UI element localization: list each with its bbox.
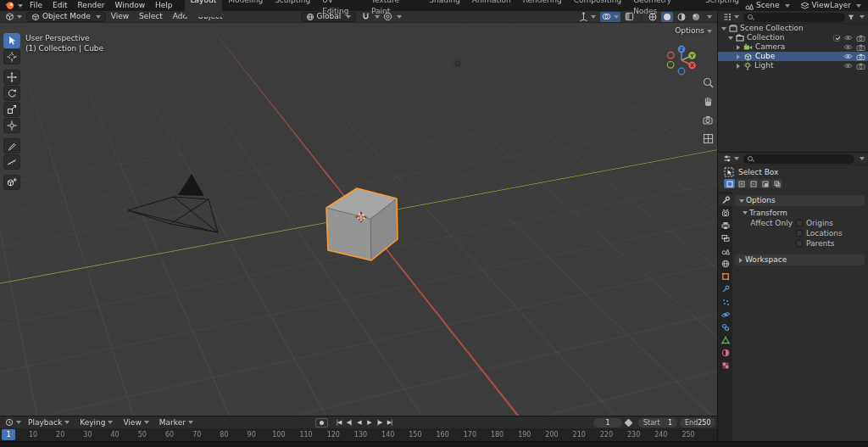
tool-add-cube-button[interactable]	[3, 175, 20, 190]
menu-view[interactable]: View	[106, 11, 134, 22]
properties-editor-type-button[interactable]	[721, 154, 741, 164]
hide-viewport-icon[interactable]	[843, 35, 853, 41]
panel-workspace-header[interactable]: Workspace	[735, 254, 865, 265]
workspace-tab-texture-paint[interactable]: Texture Paint	[365, 0, 423, 17]
cube-object[interactable]	[326, 188, 398, 260]
locations-checkbox[interactable]	[796, 230, 803, 237]
keying-set-icon[interactable]	[625, 419, 633, 427]
chevron-down-icon[interactable]	[860, 157, 865, 160]
outliner-search-input[interactable]	[755, 14, 841, 21]
mode-dropdown[interactable]: Object Mode	[26, 12, 106, 22]
tool-select-box-button[interactable]	[3, 33, 20, 48]
disable-render-icon[interactable]	[856, 53, 865, 60]
menu-help[interactable]: Help	[150, 0, 178, 11]
jump-to-end-button[interactable]: ▶|	[385, 417, 394, 427]
tab-tool[interactable]	[719, 194, 732, 206]
select-mode-subtract-button[interactable]	[748, 179, 759, 188]
current-frame-field[interactable]: 1	[593, 418, 622, 427]
menu-view-timeline[interactable]: View	[118, 417, 153, 428]
workspace-tab-animation[interactable]: Animation	[466, 0, 517, 17]
editor-type-button[interactable]	[3, 12, 24, 22]
light-object[interactable]	[453, 59, 463, 69]
filter-icon[interactable]	[848, 14, 854, 21]
chevron-down-icon[interactable]	[860, 15, 865, 19]
toggle-ortho-button[interactable]	[701, 131, 715, 146]
disclosure-down-icon[interactable]	[728, 36, 733, 40]
prev-keyframe-button[interactable]: ◀|	[344, 417, 353, 427]
viewlayer-selector[interactable]: ViewLayer	[800, 0, 861, 11]
play-reverse-button[interactable]: ◀	[354, 417, 364, 427]
tab-object[interactable]	[719, 271, 732, 282]
tab-output[interactable]	[719, 220, 732, 232]
pan-view-button[interactable]	[701, 94, 715, 109]
disclosure-right-icon[interactable]	[737, 64, 740, 69]
jump-to-start-button[interactable]: |◀	[334, 417, 343, 427]
hide-viewport-icon[interactable]	[843, 63, 853, 69]
disable-render-icon[interactable]	[856, 44, 865, 51]
viewport-3d[interactable]: User Perspective (1) Collection | Cube O…	[0, 23, 717, 416]
tab-texture[interactable]	[719, 360, 732, 372]
tab-constraints[interactable]	[719, 321, 732, 333]
workspace-tab-geometry-nodes[interactable]: Geometry Nodes	[627, 0, 699, 17]
timeline-editor-type-button[interactable]	[3, 417, 23, 427]
tool-measure-button[interactable]	[3, 154, 20, 170]
collection-exclude-checkbox[interactable]	[833, 35, 840, 42]
hide-viewport-icon[interactable]	[843, 53, 853, 59]
workspace-tab-compositing[interactable]: Compositing	[568, 0, 627, 17]
parents-checkbox[interactable]	[796, 240, 803, 247]
tool-annotate-button[interactable]	[3, 138, 20, 154]
outliner-row-scene-collection[interactable]: Scene Collection	[718, 24, 868, 33]
workspace-tab-rendering[interactable]: Rendering	[517, 0, 568, 17]
disclosure-down-icon[interactable]	[721, 27, 726, 31]
tool-rotate-button[interactable]	[3, 86, 20, 101]
play-button[interactable]: ▶	[364, 417, 374, 427]
workspace-tab-sculpting[interactable]: Sculpting	[269, 0, 316, 17]
select-mode-invert-button[interactable]	[760, 179, 771, 188]
disable-render-icon[interactable]	[856, 63, 865, 70]
select-mode-intersect-button[interactable]	[771, 179, 782, 188]
timeline-ruler[interactable]: 1102030405060708090100110120130140150160…	[0, 428, 717, 441]
hide-viewport-icon[interactable]	[843, 44, 853, 50]
outliner-row-light[interactable]: Light	[718, 61, 868, 70]
frame-end-field[interactable]: End 250	[680, 418, 715, 427]
menu-edit[interactable]: Edit	[47, 0, 72, 11]
camera-object[interactable]	[128, 174, 218, 232]
tab-object-data[interactable]	[719, 334, 732, 346]
outliner-row-camera[interactable]: Camera	[718, 42, 868, 52]
workspace-tab-uv-editing[interactable]: UV Editing	[316, 0, 365, 17]
tool-move-button[interactable]	[3, 70, 20, 85]
frame-start-field[interactable]: Start 1	[638, 418, 677, 427]
tab-physics[interactable]	[719, 309, 732, 321]
panel-options-header[interactable]: Options	[735, 195, 865, 206]
axis-z-negative-ball[interactable]	[678, 68, 685, 75]
menu-render[interactable]: Render	[73, 0, 110, 11]
tab-scene[interactable]	[719, 245, 732, 257]
outliner-search[interactable]	[743, 13, 845, 22]
blender-menu-button[interactable]	[3, 1, 25, 11]
menu-file[interactable]: File	[25, 0, 47, 11]
disable-render-icon[interactable]	[856, 35, 865, 42]
workspace-tab-layout[interactable]: Layout	[185, 0, 223, 17]
select-mode-set-button[interactable]	[724, 179, 735, 188]
axis-x-negative-ball[interactable]	[668, 52, 675, 59]
select-mode-extend-button[interactable]	[736, 179, 747, 188]
tab-render[interactable]	[719, 207, 732, 219]
viewport-options-dropdown[interactable]: Options	[675, 25, 712, 36]
next-keyframe-button[interactable]: |▶	[375, 417, 384, 427]
auto-keyframe-button[interactable]	[315, 418, 328, 427]
outliner-row-collection[interactable]: Collection	[718, 33, 868, 42]
tab-world[interactable]	[719, 258, 732, 270]
menu-playback[interactable]: Playback	[23, 417, 75, 428]
menu-select[interactable]: Select	[134, 11, 168, 22]
disclosure-right-icon[interactable]	[737, 45, 740, 50]
workspace-tab-modeling[interactable]: Modeling	[222, 0, 269, 17]
zoom-view-button[interactable]	[701, 75, 715, 90]
tab-material[interactable]	[719, 347, 732, 359]
tab-modifiers[interactable]	[719, 283, 732, 295]
menu-window[interactable]: Window	[110, 0, 151, 11]
properties-search[interactable]	[743, 154, 854, 164]
navigation-gizmo[interactable]: Z Y X	[663, 42, 700, 79]
panel-transform-header[interactable]: Transform	[735, 208, 865, 218]
scene-selector[interactable]: Scene	[745, 0, 789, 11]
axis-y-negative-ball[interactable]	[667, 62, 674, 69]
